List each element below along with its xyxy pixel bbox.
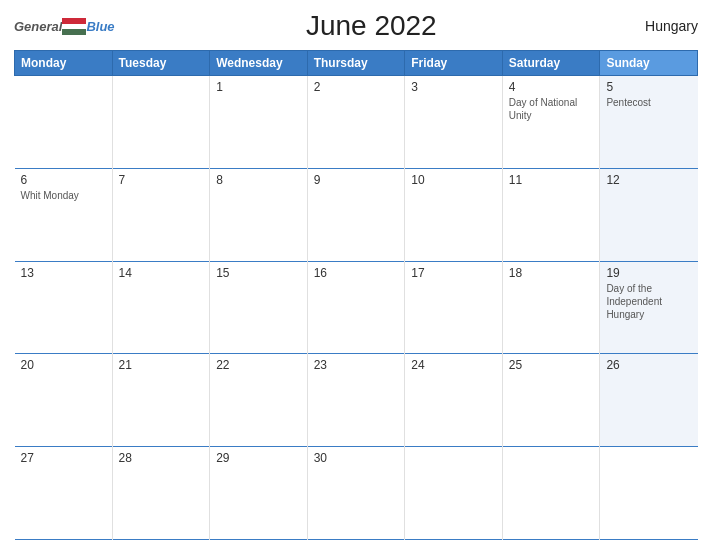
calendar-day-cell xyxy=(502,447,600,540)
day-number: 27 xyxy=(21,451,106,465)
calendar-body: 1234Day of National Unity5Pentecost6Whit… xyxy=(15,76,698,540)
calendar-day-cell: 9 xyxy=(307,168,405,261)
day-number: 11 xyxy=(509,173,594,187)
svg-rect-0 xyxy=(62,18,86,24)
day-number: 3 xyxy=(411,80,496,94)
calendar-page: General Blue June 2022 Hungary Monday Tu… xyxy=(0,0,712,550)
calendar-day-cell xyxy=(15,76,113,169)
calendar-day-cell: 26 xyxy=(600,354,698,447)
logo-blue-text: Blue xyxy=(86,19,114,34)
calendar-day-cell: 8 xyxy=(210,168,308,261)
day-number: 8 xyxy=(216,173,301,187)
day-number: 13 xyxy=(21,266,106,280)
calendar-day-cell: 18 xyxy=(502,261,600,354)
calendar-day-cell: 5Pentecost xyxy=(600,76,698,169)
calendar-day-cell: 19Day of the Independent Hungary xyxy=(600,261,698,354)
svg-rect-1 xyxy=(62,24,86,29)
header-wednesday: Wednesday xyxy=(210,51,308,76)
day-number: 12 xyxy=(606,173,691,187)
calendar-day-cell: 13 xyxy=(15,261,113,354)
country-name: Hungary xyxy=(628,18,698,34)
day-number: 23 xyxy=(314,358,399,372)
day-number: 7 xyxy=(119,173,204,187)
header-saturday: Saturday xyxy=(502,51,600,76)
logo-general-text: General xyxy=(14,19,62,34)
calendar-week-row: 1234Day of National Unity5Pentecost xyxy=(15,76,698,169)
calendar-day-cell: 25 xyxy=(502,354,600,447)
day-number: 26 xyxy=(606,358,691,372)
header-tuesday: Tuesday xyxy=(112,51,210,76)
day-number: 16 xyxy=(314,266,399,280)
calendar-day-cell xyxy=(405,447,503,540)
day-number: 28 xyxy=(119,451,204,465)
day-number: 10 xyxy=(411,173,496,187)
day-number: 14 xyxy=(119,266,204,280)
logo-flag-icon xyxy=(62,18,86,35)
calendar-day-cell: 6Whit Monday xyxy=(15,168,113,261)
logo: General Blue xyxy=(14,18,115,35)
day-number: 1 xyxy=(216,80,301,94)
calendar-day-cell xyxy=(600,447,698,540)
header-thursday: Thursday xyxy=(307,51,405,76)
day-number: 22 xyxy=(216,358,301,372)
day-number: 15 xyxy=(216,266,301,280)
holiday-name: Whit Monday xyxy=(21,190,79,201)
calendar-week-row: 27282930 xyxy=(15,447,698,540)
day-number: 21 xyxy=(119,358,204,372)
header-friday: Friday xyxy=(405,51,503,76)
day-number: 25 xyxy=(509,358,594,372)
calendar-day-cell: 27 xyxy=(15,447,113,540)
calendar-day-cell: 29 xyxy=(210,447,308,540)
day-number: 6 xyxy=(21,173,106,187)
holiday-name: Day of the Independent Hungary xyxy=(606,283,662,320)
calendar-day-cell: 30 xyxy=(307,447,405,540)
calendar-header: General Blue June 2022 Hungary xyxy=(14,10,698,42)
svg-rect-2 xyxy=(62,29,86,35)
calendar-day-cell: 17 xyxy=(405,261,503,354)
calendar-day-cell: 3 xyxy=(405,76,503,169)
calendar-day-cell: 7 xyxy=(112,168,210,261)
calendar-day-cell: 14 xyxy=(112,261,210,354)
calendar-week-row: 20212223242526 xyxy=(15,354,698,447)
day-number: 19 xyxy=(606,266,691,280)
calendar-day-cell: 1 xyxy=(210,76,308,169)
day-number: 17 xyxy=(411,266,496,280)
header-monday: Monday xyxy=(15,51,113,76)
day-number: 5 xyxy=(606,80,691,94)
holiday-name: Pentecost xyxy=(606,97,650,108)
calendar-day-cell: 21 xyxy=(112,354,210,447)
calendar-week-row: 6Whit Monday789101112 xyxy=(15,168,698,261)
calendar-day-cell: 24 xyxy=(405,354,503,447)
header-sunday: Sunday xyxy=(600,51,698,76)
calendar-day-cell: 4Day of National Unity xyxy=(502,76,600,169)
calendar-title: June 2022 xyxy=(115,10,628,42)
weekday-header-row: Monday Tuesday Wednesday Thursday Friday… xyxy=(15,51,698,76)
calendar-day-cell: 10 xyxy=(405,168,503,261)
calendar-day-cell: 16 xyxy=(307,261,405,354)
day-number: 30 xyxy=(314,451,399,465)
calendar-day-cell: 28 xyxy=(112,447,210,540)
calendar-day-cell: 12 xyxy=(600,168,698,261)
calendar-day-cell: 11 xyxy=(502,168,600,261)
day-number: 18 xyxy=(509,266,594,280)
calendar-day-cell: 20 xyxy=(15,354,113,447)
calendar-week-row: 13141516171819Day of the Independent Hun… xyxy=(15,261,698,354)
day-number: 24 xyxy=(411,358,496,372)
day-number: 4 xyxy=(509,80,594,94)
day-number: 20 xyxy=(21,358,106,372)
calendar-day-cell: 22 xyxy=(210,354,308,447)
day-number: 29 xyxy=(216,451,301,465)
day-number: 2 xyxy=(314,80,399,94)
calendar-day-cell xyxy=(112,76,210,169)
calendar-day-cell: 23 xyxy=(307,354,405,447)
calendar-day-cell: 15 xyxy=(210,261,308,354)
calendar-table: Monday Tuesday Wednesday Thursday Friday… xyxy=(14,50,698,540)
holiday-name: Day of National Unity xyxy=(509,97,577,121)
day-number: 9 xyxy=(314,173,399,187)
calendar-day-cell: 2 xyxy=(307,76,405,169)
